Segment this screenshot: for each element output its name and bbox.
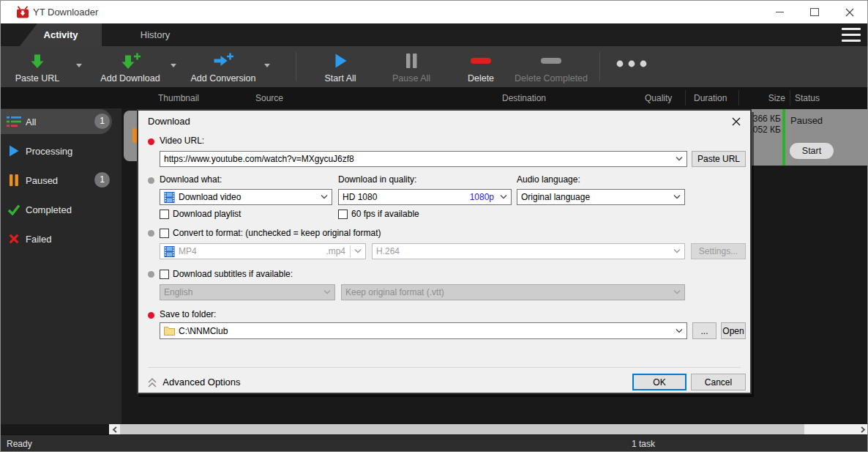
subtitles-label: Download subtitles if available: <box>173 269 293 279</box>
add-conversion-label: Add Conversion <box>191 73 256 84</box>
menu-icon <box>842 28 861 30</box>
task-status: Paused <box>790 115 823 126</box>
horizontal-scrollbar[interactable] <box>109 424 868 434</box>
sidebar-item-processing[interactable]: Processing <box>1 138 112 163</box>
checkbox-icon[interactable] <box>338 210 348 219</box>
quality-select[interactable]: HD 1080 1080p <box>338 189 512 205</box>
start-task-button[interactable]: Start <box>790 143 834 159</box>
dialog-paste-url-button[interactable]: Paste URL <box>692 151 746 167</box>
delete-icon <box>470 51 492 70</box>
minimize-button[interactable] <box>762 1 797 23</box>
section-dot-icon <box>148 271 154 278</box>
scroll-left-button[interactable] <box>109 424 120 434</box>
open-folder-button[interactable]: Open <box>721 322 746 339</box>
more-button[interactable] <box>611 51 652 84</box>
save-folder-select[interactable]: C:\NNMClub <box>160 322 687 339</box>
status-text: Ready <box>7 439 32 449</box>
double-chevron-up-icon <box>148 378 157 388</box>
checkbox-icon[interactable] <box>160 270 169 279</box>
fps-checkbox[interactable]: 60 fps if available <box>338 209 419 219</box>
subtitles-checkbox[interactable]: Download subtitles if available: <box>160 269 293 279</box>
subtitles-language-select[interactable]: English <box>160 284 335 300</box>
cancel-button[interactable]: Cancel <box>691 374 746 390</box>
delete-completed-button[interactable]: Delete Completed <box>513 51 589 84</box>
close-button[interactable] <box>832 1 867 23</box>
add-download-button[interactable]: Add Download <box>94 51 167 84</box>
add-conversion-dropdown-icon[interactable] <box>264 64 270 67</box>
sidebar-item-failed[interactable]: Failed <box>1 226 112 251</box>
maximize-button[interactable] <box>797 1 832 23</box>
sidebar-item-completed[interactable]: Completed <box>1 197 112 222</box>
pause-all-icon <box>404 51 419 70</box>
tabstrip: Activity History <box>1 23 867 46</box>
start-all-label: Start All <box>324 73 356 84</box>
folder-icon <box>164 326 175 336</box>
add-conversion-button[interactable]: Add Conversion <box>185 51 261 84</box>
chevron-down-icon <box>354 249 362 253</box>
paste-url-icon <box>29 51 45 70</box>
convert-format-select[interactable]: MP4 .mp4 <box>160 243 366 259</box>
save-folder-value: C:\NNMClub <box>179 326 676 336</box>
convert-codec-select[interactable]: H.264 <box>372 243 685 259</box>
sidebar-badge: 1 <box>94 172 110 188</box>
chevron-down-icon[interactable] <box>676 157 683 161</box>
sidebar-item-all[interactable]: All 1 <box>1 109 112 134</box>
column-source[interactable]: Source <box>255 93 283 103</box>
sidebar-item-label: Processing <box>26 146 72 157</box>
titlebar: YT Downloader <box>1 1 867 23</box>
column-thumbnail[interactable]: Thumbnail <box>158 93 199 103</box>
column-size[interactable]: Size <box>756 93 785 103</box>
scroll-right-button[interactable] <box>858 424 868 434</box>
tab-activity[interactable]: Activity <box>20 23 102 46</box>
download-playlist-checkbox[interactable]: Download playlist <box>160 209 241 219</box>
convert-checkbox[interactable]: Convert to format: (unchecked = keep ori… <box>160 228 381 238</box>
list-icon <box>7 114 21 129</box>
delete-button[interactable]: Delete <box>454 51 507 84</box>
download-what-select[interactable]: Download video <box>160 189 332 205</box>
sidebar-item-paused[interactable]: Paused 1 <box>1 168 112 193</box>
add-download-label: Add Download <box>100 73 160 84</box>
fps-label: 60 fps if available <box>351 209 419 219</box>
audio-language-label: Audio language: <box>517 174 580 185</box>
download-playlist-label: Download playlist <box>173 209 241 219</box>
chevron-down-icon <box>323 290 331 294</box>
dialog-close-button[interactable] <box>728 115 744 128</box>
settings-button[interactable]: Settings... <box>691 243 746 259</box>
add-download-dropdown-icon[interactable] <box>171 64 176 67</box>
check-icon <box>7 202 21 217</box>
advanced-options-toggle[interactable]: Advanced Options <box>148 377 241 388</box>
video-url-value: https://www.youtube.com/watch?v=MXgycuJ6… <box>164 154 676 164</box>
audio-language-select[interactable]: Original language <box>517 189 685 205</box>
paste-url-dropdown-icon[interactable] <box>76 64 82 67</box>
add-conversion-icon <box>212 51 234 70</box>
video-url-input[interactable]: https://www.youtube.com/watch?v=MXgycuJ6… <box>160 151 687 167</box>
column-duration[interactable]: Duration <box>694 93 727 103</box>
column-status[interactable]: Status <box>795 93 820 103</box>
delete-completed-label: Delete Completed <box>515 73 588 84</box>
column-destination[interactable]: Destination <box>502 93 546 103</box>
add-download-icon <box>119 51 141 70</box>
subtitles-format-select[interactable]: Keep original format (.vtt) <box>341 284 685 300</box>
film-icon <box>164 192 175 203</box>
scrollbar-thumb[interactable] <box>120 424 804 434</box>
download-what-label: Download what: <box>160 174 222 185</box>
start-all-button[interactable]: Start All <box>311 51 370 84</box>
tab-history[interactable]: History <box>118 23 192 46</box>
convert-format-value: MP4 <box>179 246 326 256</box>
ok-button[interactable]: OK <box>632 374 686 390</box>
pause-all-button[interactable]: Pause All <box>378 51 444 84</box>
toolbar-separator <box>599 52 600 81</box>
dialog-divider <box>148 367 741 368</box>
checkbox-icon[interactable] <box>160 229 169 238</box>
quality-label: Download in quality: <box>338 174 416 185</box>
browse-button[interactable]: ... <box>692 322 717 339</box>
menu-button[interactable] <box>842 28 861 42</box>
sidebar-item-label: Failed <box>26 234 51 245</box>
task-row[interactable]: 366 КБ 052 КБ Paused Start <box>752 109 868 166</box>
paste-url-button[interactable]: Paste URL <box>8 51 67 84</box>
sidebar-item-label: All <box>26 116 36 127</box>
checkbox-icon[interactable] <box>160 210 169 219</box>
film-icon <box>164 246 175 257</box>
tab-history-label: History <box>141 29 170 40</box>
column-quality[interactable]: Quality <box>645 93 672 103</box>
